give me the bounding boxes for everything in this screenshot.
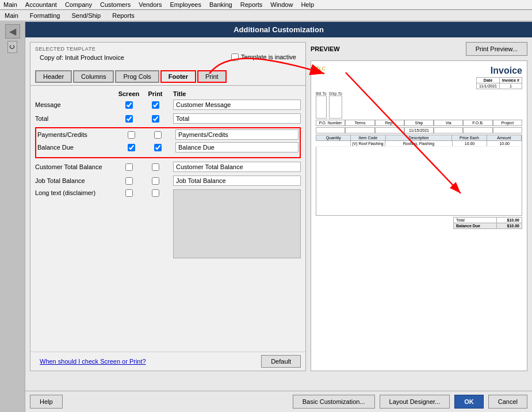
row-input-job-total[interactable] <box>173 176 301 186</box>
bill-to-box: Bill To <box>316 91 327 119</box>
inv-qty-val <box>316 141 351 146</box>
menu-banking[interactable]: Banking <box>209 1 232 8</box>
left-panel: SELECTED TEMPLATE Copy of: Intuit Produc… <box>30 42 306 371</box>
table-row: Message <box>35 100 301 110</box>
inv-address-row: Bill To Ship To <box>316 91 522 119</box>
inv-rep-header: Rep. <box>375 120 404 126</box>
row-checkbox-balance-print[interactable] <box>144 144 171 151</box>
tab-header[interactable]: Header <box>35 70 72 83</box>
menu-help[interactable]: Help <box>301 1 314 8</box>
ship-to-area <box>329 96 342 119</box>
menu-accountant[interactable]: Accountant <box>25 1 57 8</box>
menu-reports[interactable]: Reports <box>240 1 263 8</box>
dialog-body: SELECTED TEMPLATE Copy of: Intuit Produc… <box>25 37 532 376</box>
row-checkbox-payments-print[interactable] <box>144 131 171 139</box>
row-checkbox-payments-screen[interactable] <box>118 131 144 139</box>
footer-right-buttons: Basic Customization... Layout Designer..… <box>293 395 527 409</box>
basic-customization-button[interactable]: Basic Customization... <box>293 395 375 409</box>
dialog-title: Additional Customization <box>25 22 532 37</box>
tabs-row: Header Columns Prog Cols Footer Print <box>30 68 305 86</box>
row-checkbox-customer-screen[interactable] <box>116 163 142 171</box>
table-row: Job Total Balance <box>35 176 301 186</box>
toolbar-tab-reports[interactable]: Reports <box>112 12 135 19</box>
tab-prog-cols[interactable]: Prog Cols <box>115 70 159 83</box>
dialog-footer: Help Basic Customization... Layout Desig… <box>25 391 532 412</box>
selected-template-label: SELECTED TEMPLATE <box>30 43 305 52</box>
row-checkbox-total-print[interactable] <box>142 115 169 123</box>
inv-terms-value <box>345 127 374 133</box>
row-checkbox-disclaimer-print[interactable] <box>142 189 169 197</box>
tab-print[interactable]: Print <box>197 70 227 83</box>
inv-blank-rows <box>316 147 522 216</box>
inv-rep-value <box>375 127 404 133</box>
toolbar: Main Formatting Send/Ship Reports <box>0 10 532 21</box>
menu-main[interactable]: Main <box>3 1 17 8</box>
bottom-link[interactable]: When should I check Screen or Print? <box>35 354 151 368</box>
row-checkbox-disclaimer-screen[interactable] <box>116 189 142 197</box>
row-checkbox-total-screen[interactable] <box>116 115 142 123</box>
inv-fields-values: 11/15/2021 <box>316 127 522 133</box>
menu-window[interactable]: Window <box>270 1 293 8</box>
inv-date-label: Date <box>476 78 499 83</box>
left-sidebar: ◀ C <box>0 22 25 412</box>
ok-button[interactable]: OK <box>454 395 484 409</box>
inv-fob-header: F.O.B. <box>463 120 492 126</box>
row-checkbox-job-screen[interactable] <box>116 177 142 185</box>
inv-price-val: 10.00 <box>453 141 488 146</box>
toolbar-tab-main[interactable]: Main <box>5 12 18 19</box>
preview-area: TLC Invoice Date Invoice # 11/1/2021 <box>311 60 527 371</box>
row-checkbox-job-print[interactable] <box>142 177 169 185</box>
template-inactive-checkbox[interactable] <box>231 54 239 61</box>
invoice-preview: TLC Invoice Date Invoice # 11/1/2021 <box>316 66 522 229</box>
sidebar-tab-c[interactable]: C <box>7 41 17 53</box>
cancel-button[interactable]: Cancel <box>488 395 527 409</box>
inv-col-price: Price Each <box>452 135 487 140</box>
row-input-payments[interactable] <box>175 129 298 140</box>
row-checkbox-customer-print[interactable] <box>142 163 169 171</box>
inv-items-header: Quantity Item Code Description Price Eac… <box>316 135 522 141</box>
help-button[interactable]: Help <box>30 395 63 409</box>
row-input-total[interactable] <box>173 113 301 124</box>
inv-via-header: Via <box>434 120 463 126</box>
inv-total-label: Total <box>454 218 497 223</box>
menu-vendors[interactable]: Vendors <box>139 1 162 8</box>
row-input-disclaimer[interactable] <box>173 189 301 260</box>
inv-header: TLC Invoice Date Invoice # 11/1/2021 <box>316 66 522 89</box>
right-panel: PREVIEW Print Preview... TLC Invoice Dat… <box>311 42 527 371</box>
menu-employees[interactable]: Employees <box>170 1 201 8</box>
row-input-message[interactable] <box>173 100 301 110</box>
inv-totals-table: Total $10.00 Balance Due $10.00 <box>453 217 522 229</box>
col-header-screen: Screen <box>116 90 142 97</box>
toolbar-tab-sendship[interactable]: Send/Ship <box>71 12 101 19</box>
row-checkbox-message-screen[interactable] <box>116 101 142 109</box>
inv-project-value <box>493 127 522 133</box>
inv-fob-value <box>463 127 492 133</box>
inv-terms-header: Terms <box>345 120 374 126</box>
tab-columns[interactable]: Columns <box>73 70 114 83</box>
row-label-disclaimer: Long text (disclaimer) <box>35 189 116 196</box>
menu-customers[interactable]: Customers <box>100 1 131 8</box>
inv-ship-value: 11/15/2021 <box>404 127 434 133</box>
row-checkbox-balance-screen[interactable] <box>118 144 144 151</box>
row-label-total: Total <box>35 115 116 122</box>
row-checkbox-message-print[interactable] <box>142 101 169 109</box>
preview-label: PREVIEW <box>311 45 340 52</box>
row-input-customer-total[interactable] <box>173 162 301 172</box>
toolbar-tab-formatting[interactable]: Formatting <box>30 12 60 19</box>
default-button[interactable]: Default <box>261 355 301 368</box>
row-input-balance-due[interactable] <box>175 142 298 152</box>
template-inactive-row: Template is inactive <box>227 54 301 64</box>
sidebar-back-arrow[interactable]: ◀ <box>5 24 20 39</box>
print-preview-button[interactable]: Print Preview... <box>466 42 527 56</box>
inv-balance-due-value: $10.00 <box>496 223 522 229</box>
col-headers: Screen Print Title <box>35 90 301 97</box>
inv-title: Invoice <box>476 66 522 76</box>
tab-footer[interactable]: Footer <box>160 70 196 83</box>
layout-designer-button[interactable]: Layout Designer... <box>380 395 450 409</box>
row-label-payments: Payments/Credits <box>37 131 118 138</box>
row-label-balance-due: Balance Due <box>37 144 118 151</box>
dialog: Additional Customization SELECTED TEMPLA… <box>25 22 532 412</box>
inv-po-header: P.O. Number <box>316 120 345 126</box>
menu-company[interactable]: Company <box>65 1 92 8</box>
inv-balance-due-label: Balance Due <box>454 223 497 229</box>
